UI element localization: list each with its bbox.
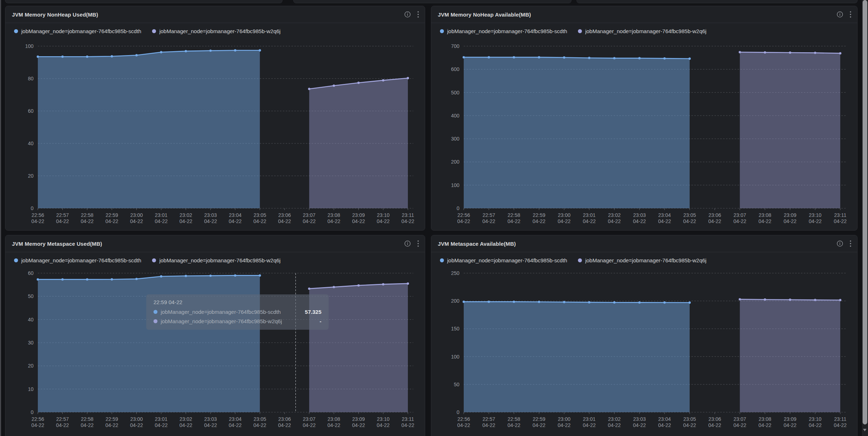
vertical-scrollbar[interactable] (862, 0, 868, 436)
area-chart-nonheap-used[interactable]: 02040608010022:5604-2222:5704-2222:5804-… (5, 37, 425, 231)
svg-text:22:56: 22:56 (31, 212, 44, 218)
svg-text:40: 40 (28, 141, 34, 146)
svg-text:22:59: 22:59 (106, 416, 118, 422)
panel-title: JVM Memory Metaspace Used(MB) (12, 241, 102, 247)
scrollbar-thumb[interactable] (863, 0, 867, 424)
legend-label: jobManager_node=jobmanager-764fbc985b-sc… (21, 257, 141, 263)
svg-text:23:08: 23:08 (328, 416, 340, 422)
legend: jobManager_node=jobmanager-764fbc985b-sc… (431, 252, 857, 267)
legend-item-scdth[interactable]: jobManager_node=jobmanager-764fbc985b-sc… (14, 257, 141, 263)
svg-text:200: 200 (451, 159, 460, 165)
panel-header: JVM Memory NoHeap Available(MB) (431, 6, 857, 23)
info-icon[interactable] (837, 240, 843, 247)
svg-text:22:58: 22:58 (81, 416, 93, 422)
legend: jobManager_node=jobmanager-764fbc985b-sc… (5, 252, 425, 267)
svg-text:40: 40 (28, 317, 34, 322)
svg-text:23:08: 23:08 (328, 212, 340, 218)
kebab-menu-icon[interactable] (417, 11, 419, 18)
panel-header: JVM Memory Metaspace Used(MB) (5, 235, 425, 252)
svg-text:04-22: 04-22 (105, 422, 118, 428)
svg-text:04-22: 04-22 (377, 218, 390, 224)
svg-text:04-22: 04-22 (328, 422, 340, 428)
area-chart-metaspace-used[interactable]: 010203040506022:5604-2222:5704-2222:5804… (5, 267, 425, 436)
legend-item-w2q6j[interactable]: jobManager_node=jobmanager-764fbc985b-w2… (578, 257, 707, 263)
svg-text:23:04: 23:04 (658, 212, 671, 218)
svg-text:04-22: 04-22 (733, 218, 746, 224)
panel-title: JVM Memory NonHeap Used(MB) (12, 12, 98, 18)
svg-text:500: 500 (451, 90, 460, 95)
kebab-menu-icon[interactable] (850, 240, 851, 247)
kebab-menu-icon[interactable] (850, 11, 851, 18)
svg-text:04-22: 04-22 (608, 218, 621, 224)
svg-text:22:58: 22:58 (81, 212, 93, 218)
svg-text:0: 0 (31, 205, 34, 211)
svg-text:23:05: 23:05 (683, 416, 696, 422)
panel-title: JVM Metaspace Available(MB) (438, 241, 516, 247)
svg-text:23:10: 23:10 (377, 212, 390, 218)
chart-area[interactable]: 010203040506022:5604-2222:5704-2222:5804… (5, 267, 425, 436)
svg-text:04-22: 04-22 (377, 422, 390, 428)
svg-text:04-22: 04-22 (708, 422, 721, 428)
svg-text:23:04: 23:04 (229, 212, 241, 218)
svg-text:50: 50 (454, 382, 459, 387)
svg-text:0: 0 (457, 205, 459, 211)
svg-text:04-22: 04-22 (608, 422, 621, 428)
svg-text:23:06: 23:06 (708, 416, 721, 422)
info-icon[interactable] (837, 11, 843, 18)
svg-text:04-22: 04-22 (533, 422, 546, 428)
svg-text:22:58: 22:58 (508, 416, 520, 422)
legend-item-w2q6j[interactable]: jobManager_node=jobmanager-764fbc985b-w2… (152, 257, 281, 263)
partial-panel-above-middle (293, 0, 571, 3)
svg-text:23:07: 23:07 (734, 212, 746, 218)
panel-actions (404, 240, 419, 247)
legend-item-w2q6j[interactable]: jobManager_node=jobmanager-764fbc985b-w2… (152, 28, 281, 34)
partial-panel-above-left (5, 0, 282, 3)
svg-text:04-22: 04-22 (130, 218, 143, 224)
area-chart-noheap-available[interactable]: 010020030040050060070022:5604-2222:5704-… (431, 37, 858, 231)
svg-text:04-22: 04-22 (683, 422, 696, 428)
chart-area[interactable]: 05010015020025022:5604-2222:5704-2222:58… (431, 267, 857, 436)
svg-text:23:11: 23:11 (402, 416, 414, 422)
legend: jobManager_node=jobmanager-764fbc985b-sc… (5, 23, 425, 37)
svg-text:22:56: 22:56 (457, 212, 470, 218)
svg-text:22:59: 22:59 (533, 212, 545, 218)
series-purple-dot-icon (152, 258, 156, 262)
legend-item-scdth[interactable]: jobManager_node=jobmanager-764fbc985b-sc… (14, 28, 141, 34)
svg-text:04-22: 04-22 (834, 422, 847, 428)
svg-text:80: 80 (28, 76, 34, 81)
svg-text:22:58: 22:58 (508, 212, 520, 218)
legend-item-w2q6j[interactable]: jobManager_node=jobmanager-764fbc985b-w2… (578, 28, 707, 34)
svg-text:23:09: 23:09 (784, 212, 796, 218)
svg-text:23:02: 23:02 (179, 212, 192, 218)
svg-text:23:06: 23:06 (278, 212, 291, 218)
svg-text:04-22: 04-22 (533, 218, 546, 224)
svg-text:04-22: 04-22 (303, 422, 316, 428)
svg-text:0: 0 (457, 409, 459, 415)
legend-item-scdth[interactable]: jobManager_node=jobmanager-764fbc985b-sc… (440, 257, 567, 263)
area-chart-metaspace-available[interactable]: 05010015020025022:5604-2222:5704-2222:58… (431, 267, 858, 436)
chart-area[interactable]: 010020030040050060070022:5604-2222:5704-… (431, 37, 857, 230)
legend: jobManager_node=jobmanager-764fbc985b-sc… (431, 23, 857, 37)
panel-actions (837, 11, 851, 18)
panel-actions (837, 240, 851, 247)
svg-text:04-22: 04-22 (130, 422, 143, 428)
scroll-down-arrow-icon[interactable] (863, 429, 867, 431)
svg-text:04-22: 04-22 (558, 422, 571, 428)
svg-text:23:05: 23:05 (254, 212, 266, 218)
svg-text:23:10: 23:10 (809, 212, 822, 218)
svg-text:700: 700 (451, 43, 460, 49)
chart-area[interactable]: 02040608010022:5604-2222:5704-2222:5804-… (5, 37, 425, 230)
legend-item-scdth[interactable]: jobManager_node=jobmanager-764fbc985b-sc… (440, 28, 567, 34)
partial-panel-above-right (577, 0, 858, 3)
svg-text:04-22: 04-22 (31, 422, 44, 428)
svg-text:04-22: 04-22 (253, 218, 266, 224)
svg-text:04-22: 04-22 (229, 218, 242, 224)
svg-text:04-22: 04-22 (507, 422, 520, 428)
svg-text:04-22: 04-22 (583, 218, 596, 224)
svg-text:10: 10 (28, 386, 34, 392)
info-icon[interactable] (404, 11, 411, 18)
svg-text:23:09: 23:09 (352, 212, 365, 218)
kebab-menu-icon[interactable] (417, 240, 419, 247)
svg-text:23:06: 23:06 (708, 212, 721, 218)
info-icon[interactable] (404, 240, 411, 247)
